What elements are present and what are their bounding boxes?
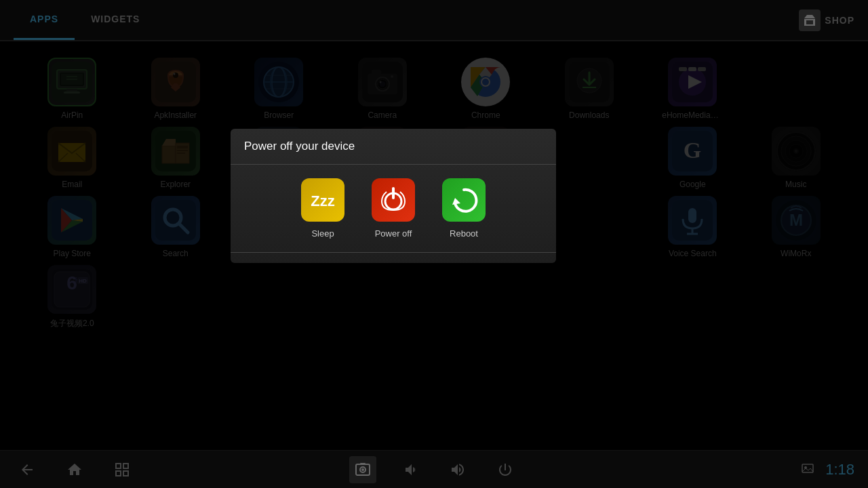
poweroff-action[interactable]: Power off [372,178,415,239]
reboot-action[interactable]: Reboot [442,178,486,239]
sleep-action[interactable]: Zzz Sleep [301,178,344,239]
poweroff-label: Power off [375,228,412,239]
svg-text:Zzz: Zzz [311,192,334,209]
modal-title: Power off your device [231,129,556,165]
reboot-icon [442,178,486,222]
svg-marker-86 [452,198,460,205]
modal-actions: Zzz Sleep Power off [231,165,556,252]
sleep-label: Sleep [311,228,334,239]
modal-footer [231,252,556,263]
power-off-modal: Power off your device Zzz Sleep [231,129,556,263]
modal-overlay[interactable]: Power off your device Zzz Sleep [0,0,868,488]
sleep-icon: Zzz [301,178,344,222]
reboot-label: Reboot [450,228,478,239]
poweroff-icon [372,178,415,222]
